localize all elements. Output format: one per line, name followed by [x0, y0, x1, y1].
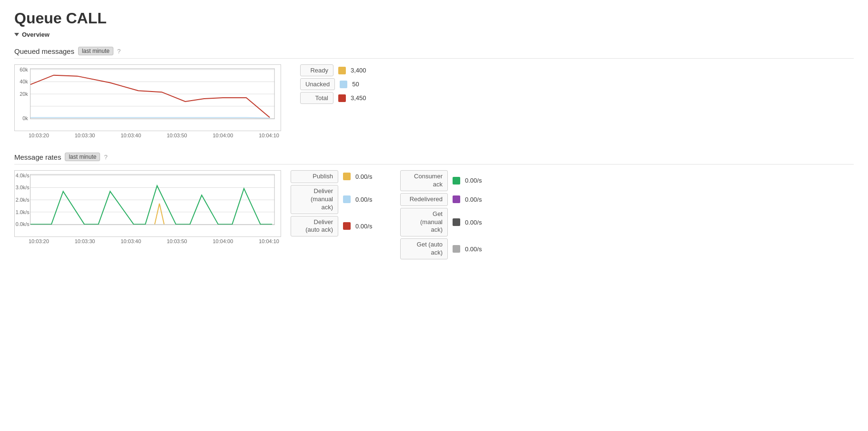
- rate-swatch-consumer-ack: [453, 177, 460, 185]
- overview-toggle[interactable]: Overview: [14, 31, 854, 38]
- rate-row-deliver-manual: Deliver (manual ack) 0.00/s: [291, 185, 386, 214]
- rate-swatch-deliver-manual: [343, 195, 351, 203]
- stat-row-unacked: Unacked 50: [300, 78, 405, 90]
- message-rates-x-labels: 10:03:20 10:03:30 10:03:40 10:03:50 10:0…: [14, 238, 281, 244]
- queued-messages-label: Queued messages: [14, 47, 74, 55]
- rate-value-get-auto: 0.00/s: [465, 246, 482, 253]
- rate-label-deliver-manual: Deliver (manual ack): [291, 185, 338, 214]
- message-rates-chart: 4.0k/s 3.0k/s 2.0k/s 1.0k/s 0.0k/s: [14, 170, 281, 237]
- svg-text:20k: 20k: [20, 91, 28, 97]
- svg-text:0k: 0k: [22, 115, 28, 121]
- stat-row-ready: Ready 3,400: [300, 64, 405, 76]
- rate-label-get-auto: Get (auto ack): [400, 238, 448, 259]
- queued-messages-header: Queued messages last minute ?: [14, 47, 854, 59]
- queued-messages-time-badge[interactable]: last minute: [78, 47, 113, 55]
- message-rates-row: 4.0k/s 3.0k/s 2.0k/s 1.0k/s 0.0k/s 10:03…: [14, 170, 854, 259]
- rate-label-deliver-auto: Deliver (auto ack): [291, 216, 338, 237]
- queued-messages-row: 60k 40k 20k 0k 10:03:20 10:03:30 10:03:4…: [14, 64, 854, 138]
- svg-text:2.0k/s: 2.0k/s: [16, 197, 30, 203]
- rate-value-consumer-ack: 0.00/s: [465, 177, 482, 184]
- rate-label-consumer-ack: Consumer ack: [400, 170, 448, 191]
- rate-label-get-manual: Get (manual ack): [400, 208, 448, 237]
- rate-row-deliver-auto: Deliver (auto ack) 0.00/s: [291, 216, 386, 237]
- rate-value-get-manual: 0.00/s: [465, 219, 482, 226]
- svg-text:4.0k/s: 4.0k/s: [16, 173, 30, 178]
- rate-swatch-redelivered: [453, 195, 460, 203]
- stat-value-ready: 3,400: [351, 67, 366, 74]
- rate-row-publish: Publish 0.00/s: [291, 170, 386, 183]
- rate-row-get-manual: Get (manual ack) 0.00/s: [400, 208, 505, 237]
- stat-swatch-unacked: [340, 81, 347, 88]
- queued-messages-stats: Ready 3,400 Unacked 50 Total 3,450: [300, 64, 405, 104]
- message-rates-header: Message rates last minute ?: [14, 153, 854, 164]
- rate-swatch-get-manual: [453, 218, 460, 226]
- message-rates-chart-container: 4.0k/s 3.0k/s 2.0k/s 1.0k/s 0.0k/s 10:03…: [14, 170, 281, 244]
- svg-text:1.0k/s: 1.0k/s: [16, 209, 30, 215]
- queued-messages-chart-container: 60k 40k 20k 0k 10:03:20 10:03:30 10:03:4…: [14, 64, 281, 138]
- svg-text:60k: 60k: [20, 67, 28, 72]
- rate-row-consumer-ack: Consumer ack 0.00/s: [400, 170, 505, 191]
- rate-label-publish: Publish: [291, 170, 338, 183]
- queued-messages-x-labels: 10:03:20 10:03:30 10:03:40 10:03:50 10:0…: [14, 133, 281, 138]
- overview-triangle-icon: [14, 33, 19, 36]
- message-rates-help[interactable]: ?: [104, 154, 107, 161]
- rate-value-deliver-auto: 0.00/s: [355, 223, 372, 230]
- message-rates-time-badge[interactable]: last minute: [65, 153, 100, 161]
- rate-swatch-deliver-auto: [343, 222, 351, 230]
- rate-value-redelivered: 0.00/s: [465, 196, 482, 203]
- stat-label-ready: Ready: [300, 64, 333, 76]
- stat-label-total: Total: [300, 92, 333, 104]
- queued-messages-chart: 60k 40k 20k 0k: [14, 64, 281, 131]
- rate-value-publish: 0.00/s: [355, 173, 372, 180]
- stat-value-unacked: 50: [352, 81, 359, 88]
- rate-swatch-publish: [343, 173, 351, 180]
- message-rates-label: Message rates: [14, 153, 61, 161]
- rate-row-redelivered: Redelivered 0.00/s: [400, 193, 505, 206]
- queued-messages-help[interactable]: ?: [117, 48, 121, 55]
- stat-label-unacked: Unacked: [300, 78, 335, 90]
- title-prefix: Queue: [14, 10, 66, 27]
- page-title: Queue CALL: [14, 10, 854, 27]
- rate-label-redelivered: Redelivered: [400, 193, 448, 206]
- rate-row-get-auto: Get (auto ack) 0.00/s: [400, 238, 505, 259]
- svg-text:0.0k/s: 0.0k/s: [16, 221, 30, 227]
- title-name: CALL: [66, 10, 106, 27]
- rate-swatch-get-auto: [453, 245, 460, 253]
- stat-swatch-ready: [338, 67, 346, 74]
- stat-swatch-total: [338, 94, 346, 102]
- svg-text:40k: 40k: [20, 79, 28, 84]
- message-rates-right-stats: Consumer ack 0.00/s Redelivered 0.00/s G…: [400, 170, 505, 259]
- overview-label: Overview: [22, 31, 50, 38]
- stat-value-total: 3,450: [351, 94, 366, 102]
- message-rates-left-stats: Publish 0.00/s Deliver (manual ack) 0.00…: [291, 170, 386, 236]
- rate-value-deliver-manual: 0.00/s: [355, 196, 372, 203]
- svg-text:3.0k/s: 3.0k/s: [16, 185, 30, 190]
- stat-row-total: Total 3,450: [300, 92, 405, 104]
